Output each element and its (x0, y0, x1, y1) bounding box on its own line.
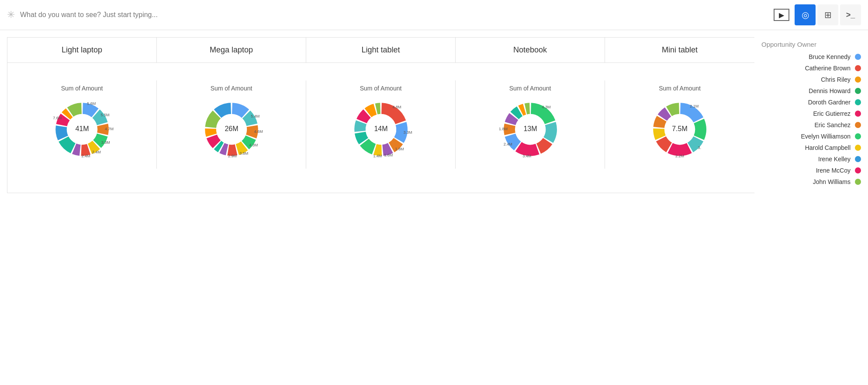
svg-text:2.1M: 2.1M (690, 104, 699, 108)
svg-text:5.5M: 5.5M (100, 113, 109, 117)
chart-table: Light laptopMega laptopLight tabletNoteb… (7, 37, 754, 193)
svg-text:41M: 41M (75, 125, 89, 132)
column-header-notebook: Notebook (456, 38, 605, 62)
svg-text:4.6M: 4.6M (254, 129, 263, 134)
legend: Opportunity Owner Bruce KennedyCatherine… (754, 37, 868, 193)
chart-metric-label: Sum of Amount (211, 85, 252, 92)
legend-item-label: Irene McCoy (816, 167, 851, 174)
svg-text:2.2M: 2.2M (675, 154, 684, 158)
legend-item-catherine-brown: Catherine Brown (761, 65, 861, 72)
chart-cell-mega-laptop: Sum of Amount 5.4M4.6M4.3M3.8M2.9M 26M (157, 80, 306, 169)
legend-item-label: Evelyn Williamson (801, 133, 851, 140)
svg-text:2.4M: 2.4M (92, 150, 100, 154)
svg-text:1.8M: 1.8M (498, 127, 507, 131)
chart-cell-notebook: Sum of Amount 4.3M3.4M2.4M1.8M 13M (456, 80, 605, 169)
legend-item-john-williams: John Williams (761, 178, 861, 185)
legend-color-dot (855, 99, 861, 105)
legend-color-dot (855, 88, 861, 94)
svg-text:2.4M: 2.4M (503, 142, 512, 146)
chart-metric-label: Sum of Amount (509, 85, 551, 92)
svg-text:2.9M: 2.9M (228, 154, 236, 158)
legend-color-dot (855, 76, 861, 83)
top-bar: ✳ ▶ ◎ ⊞ >_ (0, 0, 868, 30)
legend-color-dot (855, 133, 861, 139)
legend-item-label: Doroth Gardner (808, 99, 851, 106)
run-button[interactable]: ▶ (774, 9, 789, 21)
svg-text:1.6M: 1.6M (384, 153, 393, 157)
svg-text:3.3M: 3.3M (403, 130, 412, 135)
legend-color-dot (855, 122, 861, 128)
column-header-light-tablet: Light tablet (306, 38, 456, 62)
svg-text:1.8M: 1.8M (395, 147, 404, 151)
chart-metric-label: Sum of Amount (360, 85, 402, 92)
svg-text:2.4M: 2.4M (81, 154, 90, 158)
legend-item-label: Dennis Howard (809, 87, 851, 94)
donut-chart: 5.6M5.5M4.7M3.3M2.4M2.4M7.6M 41M (47, 94, 117, 164)
svg-text:5.4M: 5.4M (251, 114, 259, 118)
svg-text:3.8M: 3.8M (239, 151, 248, 156)
search-input[interactable] (20, 11, 768, 19)
legend-item-label: John Williams (813, 178, 851, 185)
svg-text:4.7M: 4.7M (104, 127, 113, 131)
legend-color-dot (855, 145, 861, 151)
table-header: Light laptopMega laptopLight tabletNoteb… (7, 38, 754, 63)
insights-button[interactable]: ◎ (795, 4, 816, 25)
toolbar-right: ◎ ⊞ >_ (795, 4, 861, 25)
donut-chart: 5.4M4.6M4.3M3.8M2.9M 26M (197, 94, 266, 164)
sparkle-icon: ✳ (7, 9, 15, 21)
legend-item-irene-mccoy: Irene McCoy (761, 167, 861, 174)
donut-chart: 4.8M3.3M1.8M1.6M1.4M 14M (346, 94, 416, 164)
legend-color-dot (855, 54, 861, 60)
legend-item-irene-kelley: Irene Kelley (761, 156, 861, 163)
legend-color-dot (855, 167, 861, 173)
svg-text:13M: 13M (523, 125, 537, 132)
svg-text:1.4M: 1.4M (373, 154, 382, 158)
svg-text:7.5M: 7.5M (672, 125, 688, 132)
legend-item-label: Catherine Brown (805, 65, 851, 72)
chart-metric-label: Sum of Amount (61, 85, 103, 92)
legend-item-evelyn-williamson: Evelyn Williamson (761, 133, 861, 140)
legend-item-label: Chris Riley (821, 76, 851, 83)
svg-text:3.4M: 3.4M (522, 154, 531, 158)
legend-item-label: Irene Kelley (818, 156, 851, 163)
charts-row: Sum of Amount 5.6M5.5M4.7M3.3M2.4M2.4M7.… (7, 63, 754, 172)
play-icon: ▶ (779, 11, 784, 19)
console-button[interactable]: >_ (840, 4, 861, 25)
chart-cell-light-tablet: Sum of Amount 4.8M3.3M1.8M1.6M1.4M 14M (306, 80, 456, 169)
legend-item-label: Eric Gutierrez (813, 110, 851, 117)
column-header-mega-laptop: Mega laptop (157, 38, 306, 62)
chart-cell-mini-tablet: Sum of Amount 2.1M3.2.2M 7.5M (605, 80, 754, 169)
svg-text:5.6M: 5.6M (87, 101, 96, 106)
legend-item-label: Eric Sanchez (815, 121, 851, 128)
svg-text:14M: 14M (374, 125, 387, 132)
column-header-light-laptop: Light laptop (7, 38, 157, 62)
svg-text:4.3M: 4.3M (249, 143, 258, 147)
legend-item-dennis-howard: Dennis Howard (761, 87, 861, 94)
legend-color-dot (855, 156, 861, 162)
svg-text:4.3M: 4.3M (542, 105, 550, 109)
svg-text:3.: 3. (698, 146, 701, 150)
legend-item-label: Bruce Kennedy (809, 53, 851, 60)
main-content: Light laptopMega laptopLight tabletNoteb… (0, 30, 868, 193)
legend-color-dot (855, 179, 861, 185)
legend-item-eric-gutierrez: Eric Gutierrez (761, 110, 861, 117)
legend-title: Opportunity Owner (761, 41, 861, 48)
donut-chart: 2.1M3.2.2M 7.5M (645, 94, 715, 164)
legend-color-dot (855, 65, 861, 71)
donut-chart: 4.3M3.4M2.4M1.8M 13M (495, 94, 565, 164)
legend-item-chris-riley: Chris Riley (761, 76, 861, 83)
legend-item-label: Harold Campbell (805, 144, 851, 151)
chart-cell-light-laptop: Sum of Amount 5.6M5.5M4.7M3.3M2.4M2.4M7.… (7, 80, 157, 169)
svg-text:3.3M: 3.3M (101, 140, 110, 145)
chart-metric-label: Sum of Amount (659, 85, 701, 92)
legend-item-bruce-kennedy: Bruce Kennedy (761, 53, 861, 60)
legend-color-dot (855, 111, 861, 117)
column-header-mini-tablet: Mini tablet (605, 38, 754, 62)
legend-item-doroth-gardner: Doroth Gardner (761, 99, 861, 106)
svg-text:26M: 26M (225, 125, 238, 132)
svg-text:7.6M: 7.6M (53, 116, 62, 120)
legend-item-eric-sanchez: Eric Sanchez (761, 121, 861, 128)
svg-text:4.8M: 4.8M (392, 105, 401, 109)
grid-button[interactable]: ⊞ (817, 4, 838, 25)
legend-item-harold-campbell: Harold Campbell (761, 144, 861, 151)
